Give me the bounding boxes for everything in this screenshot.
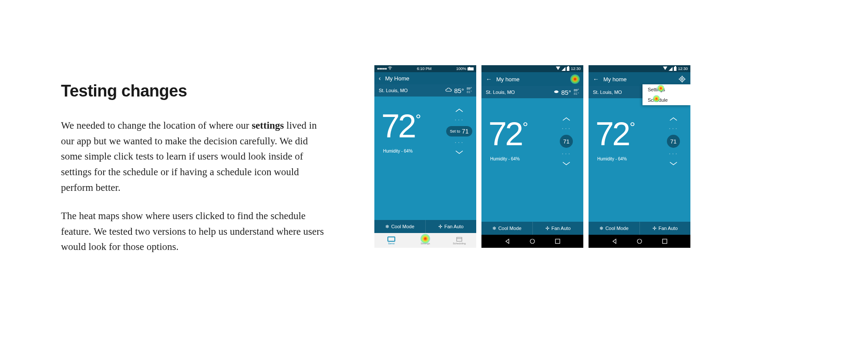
control-dots-icon: ● ● ● (455, 142, 463, 143)
degree-symbol: ° (523, 120, 528, 134)
section-heading: Testing changes (61, 82, 331, 100)
tab-scheduling-label: Scheduling (453, 242, 466, 245)
tab-bar: Sensi ⚙ Settings Scheduling (374, 233, 476, 248)
app-header: ‹ My Home (374, 72, 476, 84)
signal-icon (562, 67, 565, 71)
status-time: 12:30 (571, 67, 581, 71)
hi-lo-temps: 89° 81° (467, 87, 472, 94)
control-dots-icon: ● ● ● (562, 153, 570, 155)
svg-point-7 (680, 77, 684, 81)
settings-icon[interactable] (571, 75, 579, 83)
control-dots-icon: ● ● ● (669, 128, 677, 130)
svg-point-13 (637, 239, 642, 243)
phones-row: ●●●●● 6:10 PM 100% ‹ My Home St. Louis, … (374, 65, 690, 248)
setpoint-value: 71 (563, 138, 569, 145)
header-title: My home (496, 76, 519, 83)
temp-up-chevron-icon[interactable] (562, 116, 571, 123)
android-back-icon[interactable] (610, 237, 618, 245)
setpoint-value: 71 (462, 128, 469, 135)
mode-bar: ❄ Cool Mode ✢ Fan Auto (589, 222, 690, 235)
thermostat-main: 72° Humidity - 64% ● ● ● 71 ● ● ● (481, 98, 583, 222)
control-dots-icon: ● ● ● (455, 119, 463, 121)
location-bar: St. Louis, MO 85° 89° 81° (481, 86, 583, 98)
back-arrow-icon[interactable]: ← (593, 76, 599, 83)
weather-summary: 85° 89° 81° (445, 87, 472, 94)
fan-button[interactable]: ✢ Fan Auto (426, 220, 477, 233)
temp-controls: ● ● ● 71 ● ● ● (663, 116, 683, 167)
temp-down-chevron-icon[interactable] (455, 149, 464, 156)
setpoint-pill[interactable]: Set to 71 (446, 126, 472, 137)
setpoint-circle[interactable]: 71 (667, 135, 680, 148)
menu-item-schedule[interactable]: Schedule (643, 95, 690, 105)
fan-icon: ✢ (438, 224, 442, 230)
tab-sensi[interactable]: Sensi (374, 233, 408, 248)
fan-icon: ✢ (545, 226, 549, 231)
location-label: St. Louis, MO (593, 90, 622, 95)
svg-point-5 (530, 239, 535, 243)
android-nav-bar (481, 235, 583, 248)
mode-bar: ❄ Cool Mode ✢ Fan Auto (374, 220, 476, 233)
snowflake-icon: ❄ (492, 226, 496, 231)
page-container: Testing changes We needed to change the … (0, 0, 868, 268)
fan-button[interactable]: ✢ Fan Auto (533, 222, 584, 235)
setpoint-circle[interactable]: 71 (560, 135, 573, 148)
svg-rect-14 (663, 239, 667, 243)
gear-icon[interactable] (678, 75, 686, 83)
degree-symbol: ° (630, 120, 636, 134)
cloud-icon (445, 87, 452, 94)
android-nav-bar (589, 235, 690, 248)
cool-mode-button[interactable]: ❄ Cool Mode (481, 222, 533, 235)
setpoint-value: 71 (670, 138, 676, 145)
status-time: 12:30 (678, 67, 688, 71)
android-home-icon[interactable] (528, 237, 536, 245)
cool-mode-button[interactable]: ❄ Cool Mode (589, 222, 640, 235)
thermostat-main: 72° Humidity - 64% ● ● ● Set to 71 ● ● ● (374, 97, 476, 220)
location-label: St. Louis, MO (486, 90, 515, 95)
status-bar: 12:30 (481, 65, 583, 72)
cool-mode-label: Cool Mode (498, 226, 521, 231)
fan-button[interactable]: ✢ Fan Auto (640, 222, 691, 235)
fan-label: Fan Auto (659, 226, 678, 231)
p1-bold: settings (252, 120, 284, 131)
header-title: My Home (385, 75, 410, 82)
status-time: 6:10 PM (417, 67, 432, 71)
back-arrow-icon[interactable]: ← (486, 76, 492, 83)
cool-mode-button[interactable]: ❄ Cool Mode (374, 220, 426, 233)
tab-scheduling[interactable]: Scheduling (442, 233, 476, 248)
android-recents-icon[interactable] (554, 237, 562, 245)
location-label: St. Louis, MO (379, 88, 408, 93)
outdoor-temp: 85° (561, 89, 571, 96)
p1-prefix: We needed to change the location of wher… (61, 120, 252, 131)
phone-screenshot-android-b: 12:30 ← My home Settings Schedule (589, 65, 690, 248)
android-home-icon[interactable] (636, 237, 643, 245)
wifi-icon (388, 67, 392, 71)
current-temp-value: 72 (595, 117, 629, 150)
menu-item-settings[interactable]: Settings (643, 84, 690, 95)
low-temp: 81° (467, 90, 472, 94)
svg-rect-6 (555, 239, 560, 243)
android-back-icon[interactable] (503, 237, 511, 245)
temp-controls: ● ● ● Set to 71 ● ● ● (449, 107, 469, 156)
p1-suffix: lived in our app but we wanted to make t… (61, 120, 317, 193)
tab-sensi-label: Sensi (388, 242, 394, 245)
back-chevron-icon[interactable]: ‹ (379, 75, 381, 82)
svg-point-0 (390, 69, 390, 70)
cool-mode-label: Cool Mode (606, 226, 629, 231)
cool-mode-label: Cool Mode (391, 224, 414, 229)
svg-rect-2 (457, 237, 462, 241)
degree-symbol: ° (416, 112, 421, 126)
calendar-icon (455, 236, 463, 242)
temp-up-chevron-icon[interactable] (669, 116, 678, 123)
fan-label: Fan Auto (444, 224, 464, 229)
temp-up-chevron-icon[interactable] (455, 107, 464, 114)
android-recents-icon[interactable] (661, 237, 669, 245)
temp-down-chevron-icon[interactable] (562, 160, 571, 167)
wifi-icon (663, 67, 667, 71)
tab-settings[interactable]: ⚙ Settings (408, 233, 442, 248)
fan-icon: ✢ (653, 226, 656, 231)
thermostat-main: 72° Humidity - 64% ● ● ● 71 ● ● ● (589, 98, 690, 222)
heatmap-marker (570, 74, 580, 84)
svg-point-8 (681, 78, 683, 80)
temp-down-chevron-icon[interactable] (669, 160, 678, 167)
snowflake-icon: ❄ (385, 224, 389, 230)
